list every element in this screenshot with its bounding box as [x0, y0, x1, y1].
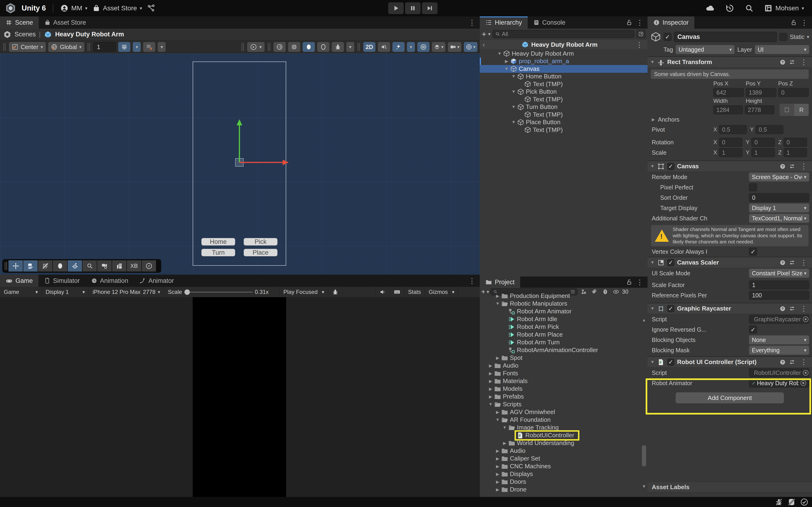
- xb-overlay-button[interactable]: XB: [127, 260, 141, 272]
- search-overlay-button[interactable]: [83, 260, 97, 272]
- keyboard-shortcuts-button[interactable]: [390, 287, 404, 297]
- scene-pick-button[interactable]: Pick: [244, 238, 277, 245]
- foldout-closed-icon[interactable]: ▶: [494, 479, 501, 485]
- tab-asset-store[interactable]: Asset Store: [39, 16, 92, 29]
- rotation-x-field[interactable]: 0: [719, 138, 743, 147]
- robot-animator-object-field[interactable]: Heavy Duty Robot Arm (Anima: [749, 379, 809, 388]
- active-checkbox[interactable]: ✓: [663, 33, 671, 41]
- open-window-icon[interactable]: [636, 30, 646, 38]
- object-picker-icon[interactable]: [803, 370, 808, 376]
- scene-visibility-button[interactable]: [417, 42, 429, 52]
- pause-button[interactable]: [405, 2, 420, 14]
- gameobject-name-field[interactable]: Canvas: [674, 32, 777, 42]
- help-icon[interactable]: ?: [779, 260, 786, 266]
- project-item[interactable]: ▶Doors: [480, 478, 648, 486]
- foldout-open-icon[interactable]: ▼: [487, 402, 494, 407]
- sort-order-field[interactable]: 0: [749, 193, 809, 202]
- component-enabled-checkbox[interactable]: ✓: [667, 163, 674, 170]
- foldout-open-icon[interactable]: ▼: [650, 359, 655, 364]
- breadcrumb-scenes[interactable]: Scenes: [14, 31, 36, 38]
- layer-dropdown[interactable]: UI▾: [755, 45, 809, 54]
- foldout-closed-icon[interactable]: ▶: [494, 464, 501, 469]
- scroll-up-icon[interactable]: ▲: [641, 318, 647, 324]
- grid-off-button[interactable]: [38, 260, 52, 272]
- kebab-menu-icon[interactable]: ⋮: [634, 41, 645, 49]
- display-dropdown[interactable]: Display 1▾: [42, 287, 89, 297]
- foldout-open-icon[interactable]: ▼: [650, 164, 655, 169]
- shaded-mode-button[interactable]: [303, 42, 315, 52]
- project-item[interactable]: Robot Arm Turn: [480, 338, 648, 346]
- kebab-menu-icon[interactable]: ⋮: [798, 162, 809, 170]
- presets-icon[interactable]: [789, 359, 795, 365]
- scene-viewport[interactable]: Home Pick Turn Place XB: [0, 54, 480, 275]
- tab-animator[interactable]: Animator: [134, 275, 180, 287]
- scene-turn-button[interactable]: Turn: [201, 249, 235, 256]
- hierarchy-item[interactable]: ▼Turn Button: [480, 103, 648, 111]
- foldout-open-icon[interactable]: ▼: [650, 260, 655, 265]
- reference-pixels-field[interactable]: 100: [749, 291, 809, 300]
- resolution-dropdown[interactable]: iPhone 12 Pro Max 2778 ▾: [89, 287, 164, 297]
- foldout-closed-icon[interactable]: ▶: [487, 379, 494, 384]
- foldout-open-icon[interactable]: ▼: [650, 306, 655, 311]
- object-picker-icon[interactable]: [801, 380, 806, 386]
- node-graph-button[interactable]: [147, 4, 155, 12]
- tab-scene[interactable]: Scene: [0, 16, 39, 29]
- foldout-open-icon[interactable]: ▼: [510, 120, 517, 125]
- project-item[interactable]: ▼Robotic Manipulators: [480, 300, 648, 307]
- history-button[interactable]: [725, 3, 734, 13]
- drag-handle[interactable]: [358, 43, 360, 51]
- foldout-closed-icon[interactable]: ▶: [503, 59, 510, 64]
- foldout-closed-icon[interactable]: ▶: [487, 394, 494, 399]
- foldout-open-icon[interactable]: ▼: [501, 425, 508, 430]
- move-gizmo[interactable]: [232, 118, 293, 170]
- tab-hierarchy[interactable]: Hierarchy: [480, 16, 528, 29]
- static-checkbox[interactable]: [779, 33, 787, 41]
- debugger-disabled-icon[interactable]: [775, 498, 783, 506]
- scale-x-field[interactable]: 1: [719, 148, 743, 157]
- drag-handle[interactable]: [88, 43, 90, 51]
- drag-handle[interactable]: [242, 43, 244, 51]
- project-item[interactable]: ▼Scripts: [480, 400, 648, 408]
- foldout-closed-icon[interactable]: ▶: [487, 371, 494, 376]
- hierarchy-item[interactable]: ▼Canvas: [480, 65, 648, 73]
- draw-mode-dropdown[interactable]: ▾: [247, 42, 264, 52]
- project-item[interactable]: ▶Drone: [480, 486, 648, 493]
- asset-store-menu[interactable]: Asset Store▾: [93, 4, 142, 12]
- tab-simulator[interactable]: Simulator: [39, 275, 86, 287]
- scale-slider[interactable]: [185, 292, 253, 292]
- tag-dropdown[interactable]: Untagged▾: [676, 45, 734, 54]
- add-object-button[interactable]: +: [481, 30, 486, 39]
- project-item[interactable]: Robot Arm Idle: [480, 315, 648, 323]
- buildings-overlay-button[interactable]: [112, 260, 126, 272]
- foldout-closed-icon[interactable]: ▶: [494, 456, 501, 461]
- rotation-y-field[interactable]: 0: [751, 138, 775, 147]
- project-scrollbar[interactable]: ▲ ▼: [641, 318, 647, 490]
- camera-dropdown[interactable]: ▾: [448, 42, 461, 52]
- compass-overlay-button[interactable]: [142, 260, 156, 272]
- chevron-down-icon[interactable]: ▾: [488, 31, 491, 37]
- vertex-color-checkbox[interactable]: ✓: [749, 247, 757, 256]
- hierarchy-item[interactable]: ▼Pick Button: [480, 88, 648, 96]
- foldout-closed-icon[interactable]: ▶: [494, 448, 501, 453]
- foldout-open-icon[interactable]: ▼: [510, 74, 517, 79]
- toggle-2d-button[interactable]: 2D: [363, 42, 375, 52]
- layers-dropdown[interactable]: ▾: [432, 42, 446, 52]
- game-viewport[interactable]: [0, 297, 480, 497]
- play-focused-dropdown[interactable]: Play Focused▾: [280, 287, 328, 297]
- project-item[interactable]: #RobotUIController: [480, 432, 648, 439]
- help-icon[interactable]: ?: [779, 359, 786, 365]
- project-item[interactable]: ▶CNC Machines: [480, 462, 648, 470]
- scale-y-field[interactable]: 1: [751, 148, 775, 157]
- hierarchy-item[interactable]: ▼Heavy Duty Robot Arm: [480, 50, 648, 58]
- tab-project[interactable]: Project: [480, 277, 520, 288]
- kebab-menu-icon[interactable]: ⋮: [467, 277, 477, 285]
- drag-handle[interactable]: [3, 43, 6, 51]
- pos-z-field[interactable]: 0: [778, 88, 809, 97]
- lock-icon[interactable]: [626, 19, 632, 26]
- component-enabled-checkbox[interactable]: ✓: [667, 305, 674, 312]
- foldout-open-icon[interactable]: ▼: [642, 484, 646, 489]
- project-item[interactable]: ▶World Understanding: [480, 439, 648, 447]
- foldout-closed-icon[interactable]: ▶: [494, 293, 501, 298]
- ui-scale-mode-dropdown[interactable]: Constant Pixel Size▾: [749, 269, 809, 278]
- pivot-y-field[interactable]: 0.5: [756, 125, 783, 134]
